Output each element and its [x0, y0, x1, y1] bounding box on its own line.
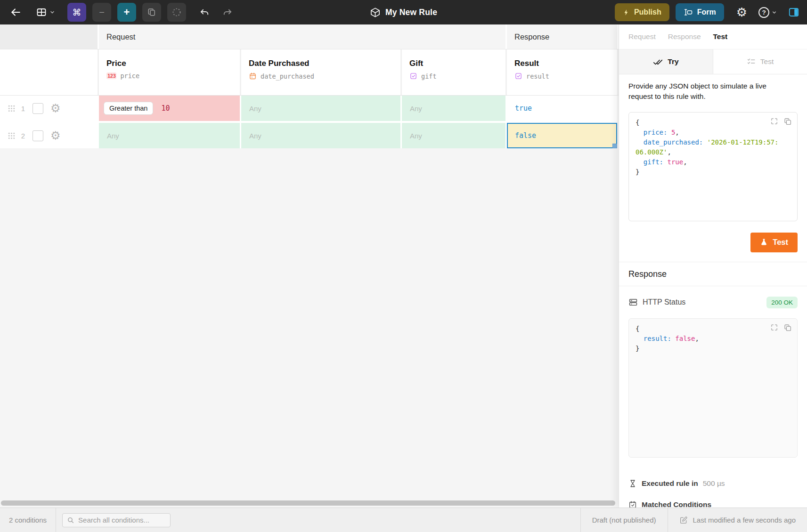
response-json-viewer: { result: false,}	[628, 318, 798, 458]
output-cell-result[interactable]: true	[507, 96, 617, 121]
cell-resize-handle[interactable]	[612, 144, 617, 148]
request-json-code[interactable]: { price: 5, date_purchased: '2026-01-12T…	[636, 118, 791, 177]
column-field-name: date_purchased	[261, 73, 314, 80]
divider	[56, 508, 56, 532]
conditions-count: 2 conditions	[0, 516, 56, 524]
row-header: 1 ⚙	[0, 96, 98, 121]
table-grid-icon	[36, 7, 47, 18]
copy-icon[interactable]	[783, 117, 792, 126]
matched-conditions-label: Matched Conditions	[642, 500, 711, 508]
run-test-button[interactable]: Test	[750, 233, 798, 252]
response-section-heading: Response	[628, 269, 798, 279]
subtab-try[interactable]: Try	[619, 49, 713, 74]
fullscreen-icon[interactable]	[770, 323, 778, 332]
http-status-label: HTTP Status	[643, 298, 685, 306]
table-row: 1 ⚙ Greater than 10 Any Any true	[0, 96, 617, 121]
decision-table: Request Response Price 123 price Date Pu…	[0, 24, 619, 508]
tab-request[interactable]: Request	[628, 32, 656, 41]
column-header-price[interactable]: Price 123 price	[99, 49, 240, 95]
group-header-row: Request Response	[0, 24, 619, 49]
column-title: Price	[106, 59, 240, 68]
column-title: Date Purchased	[249, 59, 400, 68]
arrow-left-icon	[9, 6, 22, 18]
condition-cell-gift[interactable]: Any	[402, 123, 505, 148]
chevron-down-icon	[772, 10, 777, 15]
double-check-icon	[653, 57, 663, 67]
draft-status: Draft (not published)	[580, 508, 668, 532]
condition-cell-date[interactable]: Any	[241, 123, 400, 148]
copy-icon[interactable]	[783, 323, 792, 332]
selection-mode-button[interactable]	[167, 3, 186, 22]
search-input[interactable]	[78, 516, 166, 524]
settings-button[interactable]: ⚙	[736, 6, 747, 18]
column-header-date-purchased[interactable]: Date Purchased date_purchased	[241, 49, 400, 95]
drag-handle-icon[interactable]	[7, 131, 16, 140]
number-123-icon: 123	[106, 73, 116, 79]
panel-layout-icon	[788, 7, 799, 18]
execution-time-label: Executed rule in	[642, 479, 698, 488]
back-button[interactable]	[8, 3, 24, 22]
column-header-gift[interactable]: Gift gift	[402, 49, 505, 95]
divider	[619, 286, 807, 286]
hourglass-icon	[628, 479, 637, 488]
edit-pencil-icon	[679, 516, 688, 524]
column-title: Gift	[409, 59, 505, 68]
column-title: Result	[514, 59, 617, 68]
search-conditions-box[interactable]	[62, 513, 171, 527]
form-button[interactable]: Form	[676, 3, 724, 21]
redo-button[interactable]	[219, 3, 235, 22]
flask-icon	[760, 238, 768, 246]
execution-time-value: 500 µs	[703, 479, 725, 488]
row-header: 2 ⚙	[0, 123, 98, 148]
server-icon	[628, 298, 638, 307]
add-row-button[interactable]: +	[117, 3, 136, 22]
publish-button[interactable]: Publish	[615, 3, 669, 21]
undo-icon	[199, 7, 210, 18]
matched-conditions-row: Matched Conditions	[628, 500, 798, 508]
fullscreen-icon[interactable]	[770, 117, 778, 126]
redo-icon	[222, 7, 233, 18]
column-field-name: price	[120, 72, 139, 80]
checklist-icon	[747, 57, 756, 66]
drag-handle-icon[interactable]	[7, 104, 16, 113]
panel-tab-bar: Request Response Test	[619, 24, 807, 49]
request-json-editor[interactable]: { price: 5, date_purchased: '2026-01-12T…	[628, 112, 798, 221]
duplicate-button[interactable]	[142, 3, 161, 22]
command-palette-button[interactable]: ⌘	[67, 3, 86, 22]
horizontal-scrollbar[interactable]	[1, 500, 615, 506]
row-checkbox[interactable]	[33, 130, 43, 141]
column-header-corner	[0, 49, 98, 95]
condition-cell-gift[interactable]: Any	[402, 96, 505, 121]
test-mode-switcher: Try Test	[619, 49, 807, 74]
condition-cell-price[interactable]: Any	[99, 123, 240, 148]
search-icon	[67, 516, 74, 524]
response-group-header: Response	[507, 24, 617, 49]
condition-cell-date[interactable]: Any	[241, 96, 400, 121]
row-settings-gear-icon[interactable]: ⚙	[50, 130, 61, 141]
table-row: 2 ⚙ Any Any Any false	[0, 123, 617, 148]
column-field-name: result	[526, 73, 549, 80]
tab-test[interactable]: Test	[713, 32, 728, 41]
side-panel-toggle[interactable]	[788, 7, 799, 18]
subtab-test[interactable]: Test	[713, 49, 807, 74]
top-toolbar: ⌘ − +	[0, 0, 807, 24]
copy-icon	[147, 8, 156, 17]
table-view-switcher[interactable]	[36, 7, 55, 18]
row-checkbox[interactable]	[33, 103, 43, 114]
help-menu-button[interactable]: ?	[758, 7, 777, 18]
operator-chip[interactable]: Greater than	[104, 102, 153, 115]
row-settings-gear-icon[interactable]: ⚙	[50, 103, 61, 114]
condition-cell-price[interactable]: Greater than 10	[99, 96, 240, 121]
output-cell-result-selected[interactable]: false	[507, 123, 617, 148]
plus-icon: +	[124, 6, 130, 18]
status-bar: 2 conditions Draft (not published) Last …	[0, 508, 807, 532]
column-header-result[interactable]: Result result	[507, 49, 617, 95]
remove-row-button[interactable]: −	[92, 3, 111, 22]
table-rows: 1 ⚙ Greater than 10 Any Any true	[0, 96, 617, 148]
dashed-circle-icon	[172, 8, 181, 17]
test-side-panel: Request Response Test Try Test Provide a…	[619, 24, 807, 508]
undo-button[interactable]	[196, 3, 212, 22]
http-status-row: HTTP Status 200 OK	[628, 297, 798, 308]
last-modified-status: Last modified a few seconds ago	[668, 508, 807, 532]
tab-response[interactable]: Response	[668, 32, 701, 41]
